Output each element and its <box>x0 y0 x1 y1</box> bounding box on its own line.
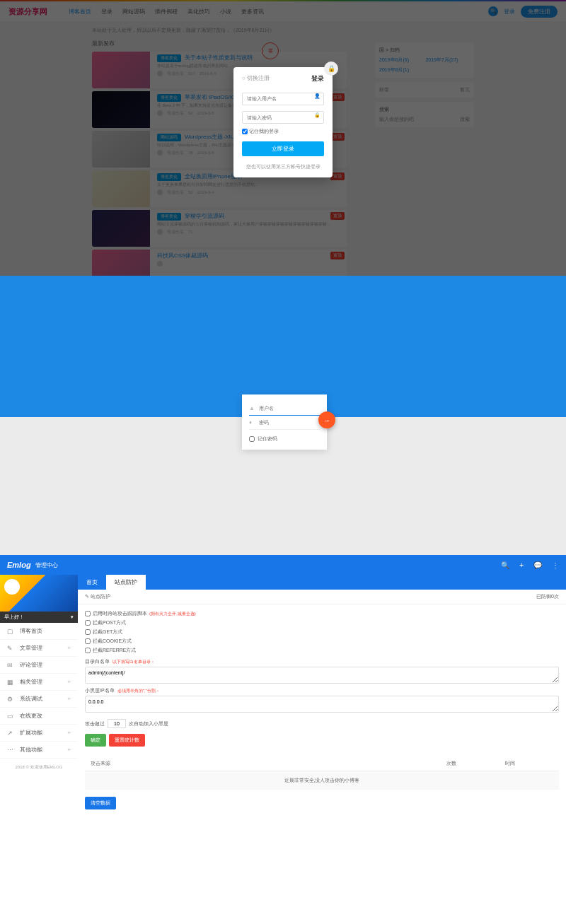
blackip-hint: 必须用半角的","分割： <box>117 688 160 694</box>
username-input[interactable] <box>242 93 324 105</box>
expand-icon[interactable]: + <box>67 696 71 702</box>
remember-checkbox-label[interactable]: 记住密码 <box>249 430 320 443</box>
chevron-down-icon[interactable]: ▾ <box>71 614 74 620</box>
more-icon[interactable]: ⋮ <box>552 561 559 569</box>
menu-icon: ⋯ <box>7 747 14 754</box>
sidebar-item[interactable]: ✉ 评论管理 <box>0 657 78 674</box>
user-avatar[interactable] <box>4 579 20 595</box>
sidebar-footer: 2018 © 欢迎使用EMLOG <box>0 759 78 776</box>
admin-topbar: Emlog 管理中心 🔍 + 💬 ⋮ <box>0 555 566 575</box>
social-login-text: 您也可以使用第三方帐号快捷登录 <box>242 163 324 170</box>
expand-icon[interactable]: + <box>67 747 71 753</box>
menu-label: 扩展功能 <box>20 729 42 737</box>
defense-count: 已防御0次 <box>536 593 559 600</box>
option-checkbox[interactable] <box>85 648 91 653</box>
remember-text: 记住密码 <box>258 435 277 443</box>
sidebar-item[interactable]: ⚙ 系统调试 + <box>0 691 78 708</box>
menu-label: 其他功能 <box>20 746 42 754</box>
option-checkbox-row[interactable]: 拦截POST方式 <box>85 619 559 626</box>
arrow-right-icon: → <box>323 416 330 424</box>
login-modal: 🔒 ○ 切换注册 登录 👤 🔒 记住我的登录 立即登录 您也可以使用第三方帐号快… <box>233 67 333 177</box>
chat-icon[interactable]: 💬 <box>533 561 542 569</box>
sidebar-item[interactable]: ▦ 相关管理 + <box>0 674 78 691</box>
search-icon[interactable]: 🔍 <box>501 561 509 569</box>
remember-checkbox-label[interactable]: 记住我的登录 <box>242 128 324 135</box>
modal-tab-login[interactable]: 登录 <box>311 74 324 83</box>
blackip-label: 小黑屋IP名单 <box>85 687 115 694</box>
option-checkbox-row[interactable]: 拦截GET方式 <box>85 628 559 636</box>
clear-data-button[interactable]: 清空数据 <box>85 797 116 809</box>
whitelist-label: 目录白名单 <box>85 658 110 665</box>
blackip-textarea[interactable] <box>85 696 559 713</box>
remember-checkbox[interactable] <box>242 129 248 134</box>
th-time: 时间 <box>499 756 559 771</box>
sidebar-item[interactable]: ⋯ 其他功能 + <box>0 742 78 759</box>
option-label: 拦截POST方式 <box>93 619 126 626</box>
option-checkbox-row[interactable]: 启用时跨站攻击跟踪脚本 (拥有火力全开,减量全选) <box>85 610 559 617</box>
whitelist-textarea[interactable] <box>85 667 559 684</box>
submit-fab-button[interactable]: → <box>318 411 335 428</box>
sidebar-item[interactable]: ✎ 文章管理 + <box>0 640 78 657</box>
table-empty-row: 近期非常安全,没人攻击你的小博客 <box>85 771 559 790</box>
attack-log-table: 攻击来源 次数 时间 近期非常安全,没人攻击你的小博客 <box>85 756 559 790</box>
expand-icon[interactable]: + <box>67 679 71 685</box>
menu-label: 在线更改 <box>20 712 42 720</box>
menu-label: 博客首页 <box>20 627 42 635</box>
username-input[interactable] <box>259 406 316 411</box>
option-checkbox-row[interactable]: 拦截COOKIE方式 <box>85 638 559 645</box>
whitelist-hint: 以下填写白名单目录： <box>112 659 155 665</box>
expand-icon[interactable]: + <box>67 645 71 651</box>
menu-label: 系统调试 <box>20 695 42 703</box>
menu-icon: ⚙ <box>7 696 14 703</box>
option-checkbox[interactable] <box>85 629 91 635</box>
remember-text: 记住我的登录 <box>249 128 279 135</box>
menu-label: 评论管理 <box>20 661 42 669</box>
reset-stats-button[interactable]: 重置统计数 <box>109 734 145 747</box>
greeting-text: 早上好！ <box>4 614 24 621</box>
menu-label: 文章管理 <box>20 644 42 652</box>
option-checkbox[interactable] <box>85 620 91 626</box>
count-prefix: 攻击超过 <box>85 720 105 727</box>
lock-icon: 🔒 <box>314 112 320 118</box>
panel-title: ✎ 站点防护 <box>85 593 110 600</box>
menu-icon: ▭ <box>7 713 14 720</box>
option-checkbox[interactable] <box>85 638 91 644</box>
user-icon: 👤 <box>314 93 320 99</box>
tab-home[interactable]: 首页 <box>78 575 106 590</box>
option-label: 拦截GET方式 <box>93 628 122 636</box>
option-checkbox-row[interactable]: 拦截REFERRE方式 <box>85 647 559 654</box>
sidebar-item[interactable]: ▢ 博客首页 <box>0 623 78 640</box>
th-count: 次数 <box>441 756 500 771</box>
modal-tab-register[interactable]: ○ 切换注册 <box>242 74 270 83</box>
sidebar-item[interactable]: ↗ 扩展功能 + <box>0 725 78 742</box>
tab-protection[interactable]: 站点防护 <box>106 575 146 590</box>
avatar-banner <box>0 575 78 612</box>
expand-icon[interactable]: + <box>67 730 71 736</box>
content-tabs: 首页 站点防护 <box>78 575 566 590</box>
brand-name[interactable]: Emlog <box>7 561 31 569</box>
menu-icon: ▦ <box>7 679 14 686</box>
password-input[interactable] <box>242 111 324 124</box>
admin-content: 首页 站点防护 ✎ 站点防护 已防御0次 启用时跨站攻击跟踪脚本 (拥有火力全开… <box>78 575 566 815</box>
menu-label: 相关管理 <box>20 678 42 686</box>
attack-count-input[interactable] <box>108 719 126 728</box>
option-label: 拦截COOKIE方式 <box>93 638 132 645</box>
check-group: 启用时跨站攻击跟踪脚本 (拥有火力全开,减量全选) 拦截POST方式 拦截GET… <box>85 610 559 654</box>
brand-subtitle: 管理中心 <box>35 561 58 569</box>
confirm-button[interactable]: 确定 <box>85 734 106 747</box>
remember-checkbox[interactable] <box>249 436 255 442</box>
menu-icon: ↗ <box>7 730 14 737</box>
login-submit-button[interactable]: 立即登录 <box>242 141 324 156</box>
sidebar-menu: ▢ 博客首页 ✎ 文章管理 +✉ 评论管理 ▦ 相关管理 +⚙ 系统调试 +▭ … <box>0 623 78 759</box>
sidebar-item[interactable]: ▭ 在线更改 <box>0 708 78 725</box>
add-icon[interactable]: + <box>519 561 524 569</box>
password-input[interactable] <box>259 420 316 425</box>
option-checkbox[interactable] <box>85 611 91 616</box>
key-icon: ♦ <box>249 419 255 426</box>
user-icon: ▲ <box>249 405 255 411</box>
count-suffix: 次自动加入小黑屋 <box>129 720 168 727</box>
option-label: 拦截REFERRE方式 <box>93 647 136 654</box>
menu-icon: ✎ <box>7 645 14 652</box>
close-icon[interactable]: 🔒 <box>324 62 338 76</box>
greeting-bar: 早上好！ ▾ <box>0 612 78 623</box>
